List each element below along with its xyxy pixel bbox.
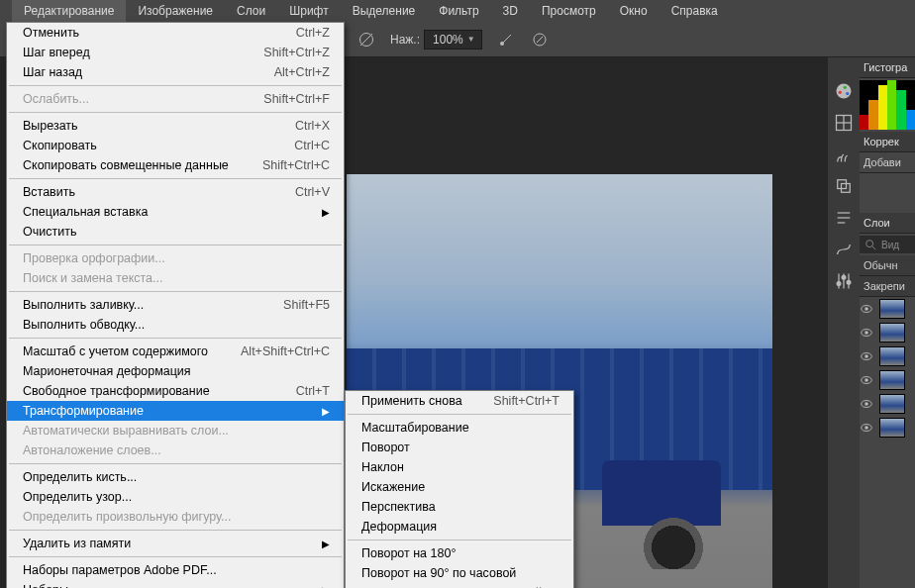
menu-item-label: Шаг вперед [23,46,252,59]
visibility-icon[interactable] [860,326,873,340]
layer-thumbnail[interactable] [879,418,905,438]
submenu-item[interactable]: Искажение [346,477,573,497]
submenu-item[interactable]: Применить сноваShift+Ctrl+T [346,391,573,411]
paths-icon[interactable] [834,240,854,259]
visibility-icon[interactable] [860,421,873,435]
menu-item-label: Применить снова [361,394,481,408]
menu-item[interactable]: Масштаб с учетом содержимогоAlt+Shift+Ct… [7,342,344,361]
menu-item-label: Автоналожение слоев... [23,443,330,457]
menu-item[interactable]: Шаг впередShift+Ctrl+Z [7,43,344,62]
menu-item-filter[interactable]: Фильтр [427,0,490,22]
pressure-value-dropdown[interactable]: 100% ▼ [424,30,482,49]
menu-separator [9,463,342,464]
menu-item[interactable]: Наборы параметров Adobe PDF... [7,560,344,580]
lock-controls[interactable]: Закрепи [860,276,915,297]
submenu-arrow-icon: ▶ [322,539,330,549]
svg-line-23 [872,246,876,250]
menu-item-label: Поиск и замена текста... [23,271,330,285]
visibility-icon[interactable] [860,373,873,387]
submenu-arrow-icon: ▶ [322,207,330,218]
submenu-item[interactable]: Поворот [346,438,573,457]
menu-item-shortcut: Alt+Shift+Ctrl+C [241,344,330,358]
menu-item-font[interactable]: Шрифт [277,0,340,22]
layer-row[interactable] [860,321,915,344]
panel-histogram-title[interactable]: Гистогра [860,57,915,78]
panel-correction-title[interactable]: Коррек [860,132,915,152]
menu-item-label: Вырезать [23,119,283,133]
submenu-item[interactable]: Наклон [346,457,573,477]
layer-row[interactable] [860,416,915,440]
menu-item[interactable]: Выполнить обводку... [7,315,344,335]
menu-item-help[interactable]: Справка [660,0,730,22]
layer-row[interactable] [860,368,915,392]
visibility-icon[interactable] [860,302,873,316]
menu-item[interactable]: Определить кисть... [7,467,344,487]
brush-preset-icon[interactable] [356,30,376,49]
layer-thumbnail[interactable] [879,299,905,319]
menu-item-select[interactable]: Выделение [341,0,428,22]
paragraph-icon[interactable] [834,208,854,228]
layer-thumbnail[interactable] [879,323,905,343]
menu-item-label: Поворот на 180° [361,546,559,560]
layer-thumbnail[interactable] [879,370,905,390]
menu-item[interactable]: Специальная вставка▶ [7,202,344,222]
menu-item-layers[interactable]: Слои [225,0,277,22]
layer-thumbnail[interactable] [879,394,905,414]
menu-item[interactable]: Марионеточная деформация [7,361,344,381]
menu-separator [9,245,342,245]
menu-item-label: Отменить [23,26,284,40]
menu-item[interactable]: ОтменитьCtrl+Z [7,23,344,43]
menu-item[interactable]: Шаг назадAlt+Ctrl+Z [7,62,344,82]
submenu-item[interactable]: Масштабирование [346,418,573,438]
visibility-icon[interactable] [860,349,873,363]
menu-item-label: Специальная вставка [23,205,310,219]
tablet-pressure-icon[interactable] [530,30,550,49]
visibility-icon[interactable] [860,397,873,411]
menu-item[interactable]: Свободное трансформированиеCtrl+T [7,381,344,401]
menu-item-image[interactable]: Изображение [126,0,225,22]
layer-row[interactable] [860,344,915,368]
layer-filter-input[interactable]: Вид [860,236,915,253]
menu-item[interactable]: Удалить из памяти▶ [7,534,344,553]
submenu-item[interactable]: Поворот на 180° [346,543,573,563]
menu-item[interactable]: Наборы▶ [7,580,344,588]
layer-row[interactable] [860,392,915,416]
svg-point-31 [864,378,868,382]
right-dock: Гистогра Коррек Добави Слои Вид Обычн За… [828,57,915,588]
menu-separator [9,530,342,531]
menu-item[interactable]: Скопировать совмещенные данныеShift+Ctrl… [7,155,344,175]
submenu-item[interactable]: Деформация [346,517,573,537]
menu-item[interactable]: Выполнить заливку...Shift+F5 [7,295,344,315]
menu-item-3d[interactable]: 3D [491,0,530,22]
layer-filter-placeholder: Вид [881,240,899,250]
menu-item[interactable]: Определить узор... [7,487,344,507]
submenu-item[interactable]: Поворот на 90° против часовой [346,583,573,588]
airbrush-icon[interactable] [496,30,516,49]
panel-layers-title[interactable]: Слои [860,213,915,234]
menu-item[interactable]: ВставитьCtrl+V [7,182,344,202]
menu-item-edit[interactable]: Редактирование [12,0,126,22]
menu-separator [9,291,342,292]
blend-mode-dropdown[interactable]: Обычн [860,255,915,276]
menu-item[interactable]: Трансформирование▶ [7,401,344,421]
transform-submenu: Применить сноваShift+Ctrl+TМасштабирован… [345,390,574,588]
menu-item[interactable]: Очистить [7,222,344,242]
clone-source-icon[interactable] [834,176,854,196]
adjustments-icon[interactable] [834,271,854,291]
grid-icon[interactable] [834,113,854,133]
menu-separator [9,178,342,179]
submenu-item[interactable]: Поворот на 90° по часовой [346,563,573,583]
menu-item-shortcut: Shift+Ctrl+Z [263,46,330,59]
menu-item-shortcut: Ctrl+X [295,119,330,133]
layer-thumbnail[interactable] [879,346,905,366]
panel-add-adjustment[interactable]: Добави [860,152,915,173]
svg-point-4 [837,84,852,99]
swatches-icon[interactable] [834,81,854,101]
menu-item[interactable]: СкопироватьCtrl+C [7,136,344,155]
menu-item[interactable]: ВырезатьCtrl+X [7,116,344,136]
menu-item-view[interactable]: Просмотр [530,0,608,22]
menu-item-window[interactable]: Окно [608,0,660,22]
submenu-item[interactable]: Перспектива [346,497,573,517]
layer-row[interactable] [860,297,915,321]
brushes-icon[interactable] [834,145,854,164]
